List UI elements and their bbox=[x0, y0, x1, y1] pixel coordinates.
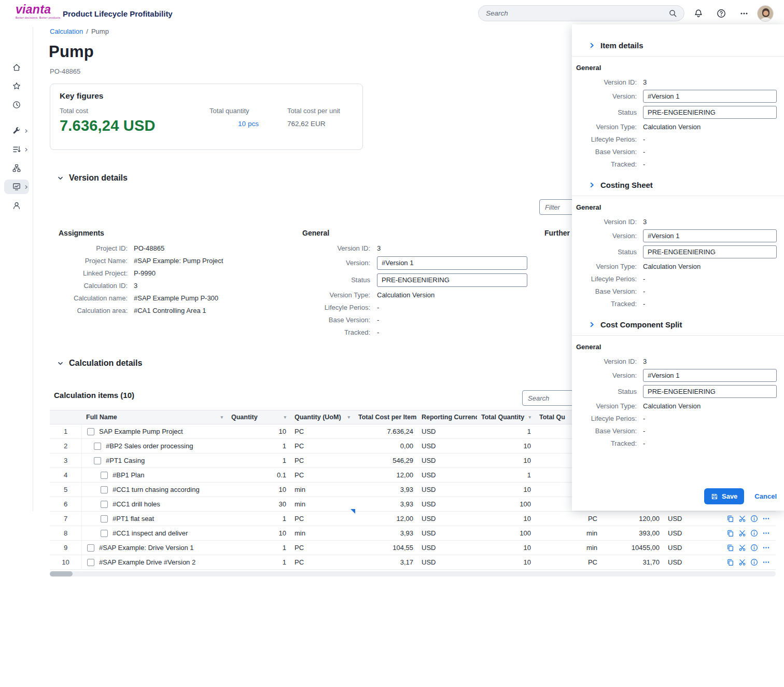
breadcrumb-calculation-link[interactable]: Calculation bbox=[50, 28, 83, 35]
column-header[interactable]: Quantity (UoM)▾ bbox=[290, 410, 354, 424]
cut-icon[interactable] bbox=[737, 543, 747, 553]
version-details-header[interactable]: Version details bbox=[57, 173, 128, 183]
row-checkbox[interactable] bbox=[94, 457, 101, 464]
row-number: 1 bbox=[50, 424, 82, 438]
info-icon[interactable] bbox=[749, 529, 759, 538]
table-row[interactable]: 7#PT1 flat seat1PC12,00USD10PC120,00USD bbox=[50, 512, 776, 526]
avatar[interactable] bbox=[757, 5, 774, 22]
sidebar-item-star[interactable] bbox=[4, 79, 29, 93]
field-input[interactable] bbox=[377, 273, 527, 287]
row-checkbox[interactable] bbox=[87, 544, 94, 552]
row-checkbox[interactable] bbox=[101, 501, 108, 508]
column-header[interactable]: Reporting Currency▾ bbox=[417, 410, 477, 424]
field-label: Base Version: bbox=[572, 148, 637, 156]
field-input[interactable] bbox=[643, 385, 777, 398]
horizontal-scrollbar-track[interactable] bbox=[50, 571, 776, 576]
field-label: Status bbox=[572, 248, 637, 256]
cut-icon[interactable] bbox=[737, 514, 747, 524]
table-cell: 546,29 bbox=[354, 454, 417, 468]
field-row: Project ID:PO-48865 bbox=[50, 242, 288, 254]
field-row: Tracked:- bbox=[572, 297, 784, 310]
assignments-group: Assignments Project ID:PO-48865Project N… bbox=[50, 229, 288, 317]
save-button[interactable]: Save bbox=[704, 488, 744, 504]
field-value: - bbox=[643, 148, 645, 156]
brand-logo[interactable]: vianta Better decisions. Better products… bbox=[16, 4, 61, 20]
cancel-button[interactable]: Cancel bbox=[754, 492, 777, 500]
info-icon[interactable] bbox=[749, 558, 759, 567]
field-input[interactable] bbox=[643, 369, 777, 382]
copy-icon[interactable] bbox=[725, 514, 735, 524]
total-quantity-link[interactable]: 10 pcs bbox=[238, 120, 259, 128]
row-actions bbox=[704, 541, 776, 555]
row-checkbox[interactable] bbox=[94, 443, 101, 450]
calculation-details-header[interactable]: Calculation details bbox=[57, 359, 142, 368]
copy-icon[interactable] bbox=[725, 543, 735, 553]
column-header[interactable]: Total Quantity▾ bbox=[477, 410, 535, 424]
table-cell: 31,70 bbox=[601, 555, 664, 569]
row-checkbox[interactable] bbox=[87, 428, 94, 435]
table-cell: 10 bbox=[477, 555, 535, 569]
more-icon[interactable] bbox=[761, 543, 771, 553]
cut-icon[interactable] bbox=[737, 558, 747, 567]
field-label: Tracked: bbox=[572, 160, 637, 168]
global-search[interactable] bbox=[478, 5, 684, 21]
table-row[interactable]: 10#SAP Example Drive #Version 21PC3,17US… bbox=[50, 555, 776, 570]
table-cell: USD bbox=[417, 555, 477, 569]
table-cell: min bbox=[290, 497, 354, 511]
row-number: 10 bbox=[50, 555, 82, 569]
copy-icon[interactable] bbox=[725, 529, 735, 538]
field-input[interactable] bbox=[643, 106, 777, 119]
column-header[interactable]: Full Name▾ bbox=[82, 410, 227, 424]
sidebar-item-tools[interactable] bbox=[4, 123, 29, 138]
more-icon[interactable] bbox=[761, 529, 771, 538]
more-icon[interactable] bbox=[761, 514, 771, 524]
field-row: Lifecyle Perios:- bbox=[572, 133, 784, 145]
row-number: 8 bbox=[50, 526, 82, 540]
row-number: 4 bbox=[50, 468, 82, 482]
field-input[interactable] bbox=[377, 256, 527, 270]
info-icon[interactable] bbox=[749, 514, 759, 524]
panel-section-header[interactable]: Costing Sheet bbox=[572, 170, 784, 196]
panel-section-header[interactable]: Item details bbox=[572, 31, 784, 57]
table-row[interactable]: 9#SAP Example: Drive Version 11PC104,55U… bbox=[50, 541, 776, 555]
breadcrumb-separator: / bbox=[86, 28, 88, 35]
panel-section-header[interactable]: Cost Component Split bbox=[572, 310, 784, 336]
sidebar-item-home[interactable] bbox=[4, 60, 29, 75]
sidebar-item-calculation[interactable] bbox=[4, 180, 29, 194]
global-search-input[interactable] bbox=[486, 9, 668, 17]
row-checkbox[interactable] bbox=[101, 486, 108, 493]
info-icon[interactable] bbox=[749, 543, 759, 553]
copy-icon[interactable] bbox=[725, 558, 735, 567]
overflow-menu-icon[interactable] bbox=[737, 7, 751, 20]
row-checkbox[interactable] bbox=[101, 515, 108, 523]
field-input[interactable] bbox=[643, 245, 777, 258]
field-value: - bbox=[643, 160, 645, 168]
help-icon[interactable] bbox=[715, 7, 728, 20]
table-row[interactable]: 8#CC1 inspect and deliver10min3,93USD100… bbox=[50, 526, 776, 541]
field-row: Base Version:- bbox=[572, 145, 784, 158]
table-cell: 10455,00 bbox=[601, 541, 664, 555]
row-checkbox[interactable] bbox=[101, 530, 108, 537]
table-cell: 10 bbox=[477, 483, 535, 497]
more-icon[interactable] bbox=[761, 558, 771, 567]
sidebar-item-sort-list[interactable] bbox=[4, 142, 29, 157]
general-group: General Version ID:3Version:StatusVersio… bbox=[290, 229, 534, 338]
row-checkbox[interactable] bbox=[87, 559, 94, 566]
field-row: Base Version:- bbox=[572, 285, 784, 297]
panel-fields: Version ID:3Version:StatusVersion Type:C… bbox=[572, 355, 784, 449]
row-checkbox[interactable] bbox=[101, 472, 108, 479]
sidebar-item-history[interactable] bbox=[4, 98, 29, 112]
sidebar-item-user[interactable] bbox=[4, 198, 29, 213]
bell-icon[interactable] bbox=[692, 7, 705, 20]
search-icon[interactable] bbox=[668, 9, 678, 18]
cut-icon[interactable] bbox=[737, 529, 747, 538]
column-header[interactable]: Total Cost per Item▾ bbox=[354, 410, 417, 424]
column-header[interactable]: Quantity▾ bbox=[227, 410, 290, 424]
field-input[interactable] bbox=[643, 229, 777, 242]
field-row: Version ID:3 bbox=[572, 355, 784, 367]
horizontal-scrollbar-thumb[interactable] bbox=[50, 571, 73, 576]
table-cell: 1 bbox=[227, 512, 290, 526]
sidebar-item-org-chart[interactable] bbox=[4, 161, 29, 175]
table-cell: 0,00 bbox=[354, 439, 417, 453]
field-input[interactable] bbox=[643, 90, 777, 103]
